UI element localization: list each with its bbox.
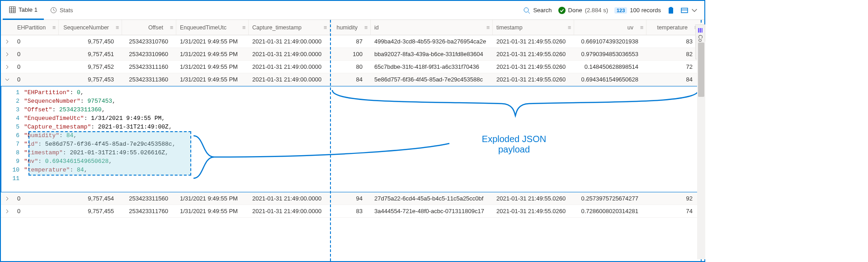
check-circle-icon — [558, 7, 566, 14]
cell-eh: 0 — [14, 208, 59, 214]
done-label: Done — [568, 7, 582, 14]
expand-toggle[interactable] — [1, 52, 14, 57]
column-header-humidity[interactable]: humidity ≡ — [330, 20, 371, 35]
cell-temp: 82 — [646, 51, 701, 57]
svg-rect-16 — [700, 28, 701, 33]
table-row[interactable]: 09,757,4502534233107601/31/2021 9:49:55 … — [1, 35, 704, 48]
done-time: (2.884 s) — [585, 7, 608, 14]
cell-uv: 0.7286008020314281 — [574, 208, 646, 214]
clipboard-button[interactable] — [667, 7, 675, 14]
column-header-uv[interactable]: uv ≡ — [574, 20, 646, 35]
expand-toggle[interactable] — [1, 196, 14, 201]
table-body: 09,757,4502534233107601/31/2021 9:49:55 … — [1, 35, 704, 261]
column-label: Capture_timestamp — [252, 24, 302, 31]
cell-hum: 87 — [330, 38, 371, 45]
clock-icon — [50, 7, 57, 14]
search-button[interactable]: Search — [523, 7, 552, 14]
column-menu-icon[interactable]: ≡ — [170, 24, 173, 31]
cell-seq: 9,757,454 — [59, 195, 122, 202]
column-label: humidity — [336, 24, 358, 31]
svg-rect-0 — [9, 6, 15, 12]
table-row[interactable]: 09,757,4512534233109601/31/2021 9:49:55 … — [1, 48, 704, 61]
cell-ts: 2021-01-31 21:49:55.0260 — [493, 208, 574, 214]
cell-enq: 1/31/2021 9:49:55 PM — [176, 38, 249, 45]
table-row[interactable]: 09,757,4532534233113601/31/2021 9:49:55 … — [1, 73, 704, 86]
cell-ts: 2021-01-31 21:49:55.0260 — [493, 76, 574, 83]
cell-cap: 2021-01-31 21:49:00.0000 — [249, 208, 330, 214]
cell-seq: 9,757,450 — [59, 38, 122, 45]
expand-toggle[interactable] — [1, 77, 14, 82]
column-header-sequencenumber[interactable]: SequenceNumber ≡ — [59, 20, 122, 35]
svg-rect-17 — [702, 28, 703, 33]
cell-uv: 0.6691074393201938 — [574, 38, 646, 45]
cell-hum: 84 — [330, 76, 371, 83]
chevron-down-icon — [691, 7, 698, 14]
cell-eh: 0 — [14, 195, 59, 202]
column-menu-icon[interactable]: ≡ — [640, 24, 643, 31]
grid-icon — [9, 6, 16, 13]
cell-ts: 2021-01-31 21:49:55.0260 — [493, 38, 574, 45]
cell-eh: 0 — [14, 51, 59, 57]
cell-seq: 9,757,455 — [59, 208, 122, 214]
column-menu-icon[interactable]: ≡ — [568, 24, 571, 31]
column-menu-icon[interactable]: ≡ — [486, 24, 490, 31]
cell-hum: 83 — [330, 208, 371, 214]
cell-cap: 2021-01-31 21:49:00.0000 — [249, 63, 330, 70]
cell-seq: 9,757,452 — [59, 63, 122, 70]
cell-uv: 0.148450628898514 — [574, 63, 646, 70]
search-label: Search — [533, 7, 552, 14]
column-header-capturetimestamp[interactable]: Capture_timestamp ≡ — [249, 20, 330, 35]
line-gutter: 1234567891011 — [1, 88, 24, 183]
cell-off: 253423310760 — [122, 38, 176, 45]
column-header-timestamp[interactable]: timestamp ≡ — [493, 20, 574, 35]
expand-header — [1, 20, 14, 35]
view-mode-button[interactable] — [681, 7, 698, 14]
cell-enq: 1/31/2021 9:49:55 PM — [176, 195, 249, 202]
scrollbar-thumb[interactable] — [698, 43, 704, 97]
table-row[interactable]: 09,757,4552534233117601/31/2021 9:49:55 … — [1, 205, 704, 218]
expand-toggle[interactable] — [1, 64, 14, 70]
search-icon — [523, 7, 530, 14]
cell-seq: 9,757,453 — [59, 76, 122, 83]
expand-toggle[interactable] — [1, 209, 14, 214]
cell-uv: 0.6943461549650628 — [574, 76, 646, 83]
cell-hum: 100 — [330, 51, 371, 57]
toolbar: Search Done (2.884 s) 123 100 records — [523, 7, 703, 14]
column-menu-icon[interactable]: ≡ — [324, 24, 327, 31]
tab-table[interactable]: Table 1 — [3, 1, 44, 20]
expand-toggle[interactable] — [1, 39, 14, 44]
cell-hum: 94 — [330, 195, 371, 202]
column-menu-icon[interactable]: ≡ — [116, 24, 119, 31]
column-menu-icon[interactable]: ≡ — [364, 24, 368, 31]
cell-off: 253423311360 — [122, 76, 176, 83]
column-header-temperature[interactable]: temperature ≡ — [646, 20, 701, 35]
svg-rect-11 — [669, 8, 673, 14]
column-label: EHPartition — [17, 24, 46, 31]
cell-enq: 1/31/2021 9:49:55 PM — [176, 208, 249, 214]
columns-icon — [698, 28, 703, 33]
svg-point-10 — [558, 7, 566, 14]
cell-temp: 92 — [646, 195, 701, 202]
cell-id: 5e86d757-6f36-4f45-85ad-7e29c453588c — [371, 76, 493, 83]
vertical-scrollbar[interactable] — [697, 42, 705, 259]
column-header-ehpartition[interactable]: EHPartition ≡ — [14, 20, 59, 35]
column-header-offset[interactable]: Offset ≡ — [122, 20, 176, 35]
cell-id: 499ba42d-3cd8-4b55-9326-ba276954ca2e — [371, 38, 493, 45]
column-menu-icon[interactable]: ≡ — [242, 24, 245, 31]
status-done: Done (2.884 s) — [558, 7, 608, 14]
column-header-enqueuedtimeutc[interactable]: EnqueuedTimeUtc ≡ — [176, 20, 249, 35]
cell-uv: 0.2573975725674277 — [574, 195, 646, 202]
table-header: EHPartition ≡ SequenceNumber ≡ Offset ≡ … — [1, 20, 704, 35]
column-label: timestamp — [496, 24, 523, 31]
column-label: EnqueuedTimeUtc — [180, 24, 226, 31]
cell-enq: 1/31/2021 9:49:55 PM — [176, 63, 249, 70]
table-row[interactable]: 09,757,4542534233115601/31/2021 9:49:55 … — [1, 192, 704, 205]
cell-off: 253423311760 — [122, 208, 176, 214]
tab-stats[interactable]: Stats — [44, 1, 80, 20]
row-detail: 1234567891011"EHPartition": 0,"SequenceN… — [1, 86, 704, 192]
column-label: uv — [627, 24, 633, 31]
column-header-id[interactable]: id ≡ — [371, 20, 493, 35]
column-menu-icon[interactable]: ≡ — [52, 24, 56, 31]
table-row[interactable]: 09,757,4522534233111601/31/2021 9:49:55 … — [1, 61, 704, 73]
records-badge-icon: 123 — [614, 7, 627, 14]
